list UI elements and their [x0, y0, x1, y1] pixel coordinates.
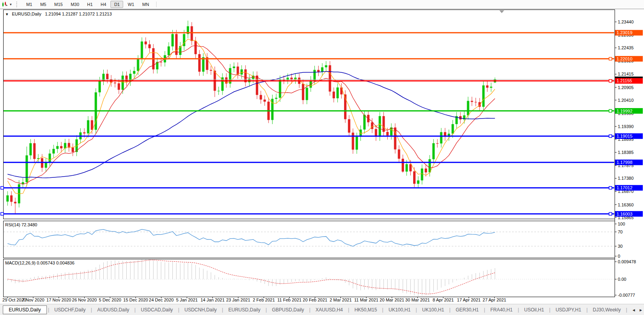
candle: [202, 57, 205, 72]
timeframe-button-m15[interactable]: M15: [50, 1, 66, 8]
timeframe-button-m30[interactable]: M30: [67, 1, 83, 8]
candle: [6, 195, 9, 202]
price-tick-label: 1.23440: [618, 19, 634, 24]
hline-handle-left-1.16003[interactable]: [1, 212, 4, 215]
timeframe-button-m5[interactable]: M5: [37, 1, 50, 8]
price-tick-label: 1.17380: [618, 176, 634, 181]
chart-info-line: ▼ EURUSD,Daily 1.21094 1.21287 1.21072 1…: [5, 12, 112, 16]
candle: [317, 70, 319, 72]
candle: [379, 116, 381, 137]
chart-tab-usdcnh-daily[interactable]: USDCNH,Daily: [180, 306, 221, 313]
chart-tab-audusd-daily[interactable]: AUDUSD,Daily: [93, 306, 134, 313]
chart-tab-dj30-weekly[interactable]: DJ30,Weekly: [588, 306, 625, 313]
hline-handle-right-1.19992[interactable]: [609, 109, 612, 112]
price-tick-label: 1.21415: [618, 72, 634, 76]
candle: [471, 101, 473, 102]
candle: [191, 26, 193, 41]
hline-handle-right-1.19015[interactable]: [609, 135, 612, 138]
rsi-tick-label: 0: [618, 254, 620, 259]
price-badge-label: 1.23019: [617, 30, 632, 35]
candle: [406, 164, 408, 172]
chart-tab-usdchf-daily[interactable]: USDCHF,Daily: [50, 306, 91, 313]
date-tick-label: 11 Feb 2021: [277, 298, 302, 302]
candle: [87, 120, 89, 133]
hline-handle-right-1.16003[interactable]: [609, 212, 612, 215]
date-tick-label: 17 Nov 2020: [46, 298, 71, 302]
candle: [402, 159, 404, 171]
candle: [217, 91, 220, 91]
candle: [145, 41, 147, 44]
candle: [475, 102, 477, 102]
candle: [363, 115, 366, 130]
hline-handle-left-1.17012[interactable]: [1, 187, 4, 189]
candle: [122, 76, 124, 90]
chart-tab-usoil-h1[interactable]: USOil,H1: [519, 306, 549, 313]
candle: [256, 76, 258, 95]
candle: [29, 143, 32, 156]
candle: [467, 101, 469, 115]
chart-tab-ger30-h1[interactable]: GER30,H1: [451, 306, 483, 313]
hline-handle-right-1.22010[interactable]: [609, 57, 612, 60]
chart-tab-gbpusd-daily[interactable]: GBPUSD,Daily: [267, 306, 309, 313]
date-tick-label: 2 Mar 2021: [330, 298, 352, 302]
chart-canvas: 1.234401.229301.224351.219251.214151.209…: [0, 0, 644, 315]
timeframe-button-mn[interactable]: MN: [139, 1, 153, 8]
chart-type-button[interactable]: ▼: [2, 2, 12, 7]
chart-tab-hk50-m15[interactable]: HK50,M15: [350, 306, 382, 313]
timeframe-toolbar: ▼ M1M5M15M30H1H4D1W1MN: [0, 0, 644, 9]
candle: [386, 132, 389, 136]
candle: [83, 132, 85, 134]
candle: [72, 148, 74, 152]
tab-scroll-left-icon[interactable]: ◄: [632, 308, 636, 312]
chevron-down-icon: ▼: [9, 3, 12, 6]
candle: [194, 41, 197, 54]
candle: [48, 154, 51, 162]
toolbar-grip[interactable]: [16, 2, 19, 7]
timeframe-button-h1[interactable]: H1: [83, 1, 96, 8]
chart-symbol-period: EURUSD,Daily: [12, 12, 41, 16]
candle: [432, 143, 435, 159]
chart-tab-eurusd-daily[interactable]: EURUSD,Daily: [3, 305, 47, 314]
date-tick-label: 30 Mar 2021: [405, 298, 430, 302]
date-tick-label: 20 Mar 2021: [380, 298, 404, 302]
tab-scroll-buttons: ◄ ►: [629, 304, 643, 315]
tab-scroll-right-icon[interactable]: ►: [639, 308, 643, 312]
timeframe-button-w1[interactable]: W1: [124, 1, 138, 8]
candle: [413, 171, 416, 184]
hline-handle-right-1.17012[interactable]: [609, 187, 612, 189]
candle: [340, 88, 342, 95]
date-tick-label: 11 Mar 2021: [354, 298, 379, 302]
candle: [148, 44, 151, 48]
candle: [160, 62, 162, 62]
timeframe-buttons: M1M5M15M30H1H4D1W1MN: [22, 1, 153, 8]
timeframe-button-d1[interactable]: D1: [110, 1, 123, 8]
timeframe-button-m1[interactable]: M1: [23, 1, 36, 8]
candle: [482, 86, 485, 107]
chart-tab-xauusd-h4[interactable]: XAUUSD,H4: [311, 306, 348, 313]
chart-tab-usdcad-daily[interactable]: USDCAD,Daily: [136, 306, 178, 313]
chart-menu-arrow-icon[interactable]: ▼: [5, 12, 9, 16]
macd-tick-label: 0.00: [618, 277, 626, 282]
chart-tab-uk100-h1[interactable]: UK100,H1: [384, 306, 415, 313]
candle: [171, 34, 174, 47]
candle: [56, 146, 59, 149]
candle: [106, 74, 108, 79]
hline-handle-right-1.21155[interactable]: [609, 80, 612, 82]
candle: [263, 99, 266, 101]
chart-tab-eurusd-daily[interactable]: EURUSD,Daily: [224, 306, 265, 313]
macd-indicator-label: MACD(12,26,9) 0.005743 0.004836: [5, 261, 74, 265]
price-badge-label: 1.17998: [617, 160, 632, 165]
candle: [436, 143, 439, 144]
macd-tick-label: 0.009478: [618, 259, 636, 264]
candlestick-chart-icon: [2, 2, 8, 7]
candle: [321, 67, 323, 72]
chart-tab-fra40-h1[interactable]: FRA40,H1: [485, 306, 517, 313]
candle: [99, 81, 101, 93]
candle: [137, 59, 139, 71]
chart-tab-usdjpy-h1[interactable]: USDJPY,H1: [551, 306, 586, 313]
chart-tab-uk100-h1[interactable]: UK100,H1: [417, 306, 449, 313]
date-tick-label: 5 Jan 2021: [176, 298, 197, 302]
candle: [452, 124, 454, 134]
timeframe-button-h4[interactable]: H4: [97, 1, 110, 8]
candle: [52, 149, 55, 154]
